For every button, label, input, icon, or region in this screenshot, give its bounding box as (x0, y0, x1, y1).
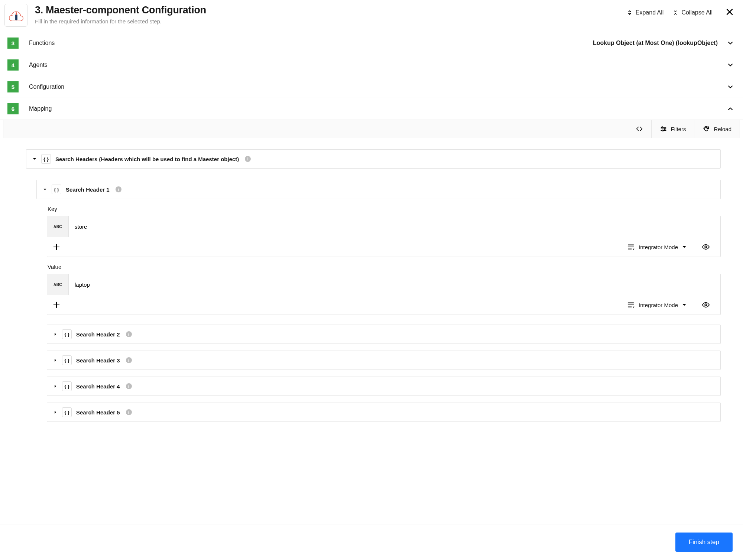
caret-down-icon (32, 157, 37, 161)
collapse-all-button[interactable]: Collapse All (672, 9, 713, 16)
title-block: 3. Maester-component Configuration Fill … (35, 4, 627, 25)
plus-icon (52, 301, 61, 309)
code-view-button[interactable] (627, 120, 651, 138)
section-number-badge: 6 (7, 103, 19, 114)
collapse-all-icon (672, 10, 678, 16)
filters-button[interactable]: Filters (651, 120, 694, 138)
section-summary: Lookup Object (at Most One) (lookupObjec… (593, 40, 718, 46)
section-number-badge: 4 (7, 59, 19, 71)
close-button[interactable] (725, 7, 734, 17)
mapping-mode-select[interactable]: Integrator Mode (622, 301, 692, 309)
section-label: Agents (29, 62, 727, 68)
caret-right-icon (53, 410, 58, 414)
search-header-5-title: Search Header 5 (76, 409, 120, 416)
close-icon (725, 7, 734, 16)
search-header-2-title: Search Header 2 (76, 331, 120, 338)
key-field-group: Key ABC Integrator Mode (47, 206, 721, 315)
section-agents[interactable]: 4 Agents (0, 54, 743, 76)
eye-icon (702, 301, 710, 309)
info-icon[interactable]: i (245, 156, 251, 162)
search-header-4-title: Search Header 4 (76, 383, 120, 390)
key-label: Key (48, 206, 721, 212)
expand-all-label: Expand All (636, 9, 664, 16)
add-button[interactable] (52, 301, 61, 309)
braces-icon: { } (62, 381, 72, 391)
caret-right-icon (53, 384, 58, 388)
collapse-all-label: Collapse All (681, 9, 713, 16)
info-icon[interactable]: i (126, 409, 132, 415)
section-configuration[interactable]: 5 Configuration (0, 76, 743, 98)
section-number-badge: 3 (7, 38, 19, 49)
search-header-3-title: Search Header 3 (76, 357, 120, 364)
info-icon[interactable]: i (126, 357, 132, 363)
braces-icon: { } (62, 407, 72, 417)
search-header-2-header[interactable]: { } Search Header 2 i (47, 325, 720, 344)
svg-rect-1 (16, 12, 17, 15)
braces-icon: { } (41, 154, 51, 164)
mapping-mode-select[interactable]: Integrator Mode (622, 243, 692, 251)
finish-step-button[interactable]: Finish step (675, 533, 733, 552)
value-label: Value (48, 264, 721, 270)
search-headers-panel: { } Search Headers (Headers which will b… (26, 149, 721, 169)
info-icon[interactable]: i (126, 331, 132, 337)
page-header: 3. Maester-component Configuration Fill … (0, 0, 743, 32)
section-functions[interactable]: 3 Functions Lookup Object (at Most One) … (0, 32, 743, 54)
mode-label: Integrator Mode (639, 244, 678, 250)
plus-icon (52, 243, 61, 251)
search-header-4: { } Search Header 4 i (47, 377, 721, 396)
list-icon (627, 301, 635, 309)
header-actions: Expand All Collapse All (627, 4, 734, 17)
section-label: Functions (29, 40, 593, 46)
maester-cloud-icon (7, 7, 25, 24)
caret-right-icon (53, 358, 58, 362)
page-subtitle: Fill in the required information for the… (35, 18, 627, 25)
section-mapping[interactable]: 6 Mapping (0, 98, 743, 120)
page-title: 3. Maester-component Configuration (35, 4, 627, 16)
braces-icon: { } (62, 355, 72, 365)
section-label: Configuration (29, 84, 727, 90)
value-input-block: ABC Integrator Mode (47, 274, 721, 315)
sliders-icon (660, 125, 667, 133)
eye-icon (702, 243, 710, 251)
footer: Finish step (0, 524, 743, 560)
info-icon[interactable]: i (126, 383, 132, 389)
filters-label: Filters (671, 126, 686, 132)
value-input[interactable] (69, 274, 720, 295)
caret-down-icon (682, 244, 687, 250)
expand-all-icon (627, 10, 633, 16)
search-header-1-panel: { } Search Header 1 i Key ABC (26, 175, 721, 422)
chevron-down-icon (727, 83, 734, 91)
chevron-up-icon (727, 105, 734, 113)
svg-point-2 (662, 127, 663, 128)
caret-down-icon (682, 302, 687, 307)
reload-button[interactable]: Reload (694, 120, 740, 138)
caret-down-icon (43, 187, 47, 192)
svg-point-4 (662, 130, 663, 131)
info-icon[interactable]: i (116, 186, 121, 192)
key-input[interactable] (69, 216, 720, 237)
search-header-3-header[interactable]: { } Search Header 3 i (47, 351, 720, 369)
mode-label: Integrator Mode (639, 302, 678, 308)
search-header-5-header[interactable]: { } Search Header 5 i (47, 403, 720, 421)
preview-button[interactable] (696, 295, 715, 315)
reload-label: Reload (714, 126, 731, 132)
search-headers-header[interactable]: { } Search Headers (Headers which will b… (26, 150, 720, 168)
mapping-toolbar: Filters Reload (3, 120, 740, 138)
preview-button[interactable] (696, 237, 715, 257)
reload-icon (703, 125, 710, 133)
add-button[interactable] (52, 243, 61, 251)
section-label: Mapping (29, 105, 727, 112)
component-logo (4, 4, 27, 27)
string-type-badge: ABC (47, 216, 69, 237)
expand-all-button[interactable]: Expand All (627, 9, 664, 16)
search-header-5: { } Search Header 5 i (47, 403, 721, 422)
search-header-1-header[interactable]: { } Search Header 1 i (37, 180, 720, 199)
caret-right-icon (53, 332, 58, 336)
key-input-block: ABC Integrator Mode (47, 216, 721, 257)
braces-icon: { } (62, 329, 72, 339)
section-number-badge: 5 (7, 81, 19, 92)
svg-point-5 (705, 246, 707, 248)
search-header-4-header[interactable]: { } Search Header 4 i (47, 377, 720, 395)
braces-icon: { } (52, 185, 61, 194)
chevron-down-icon (727, 61, 734, 69)
